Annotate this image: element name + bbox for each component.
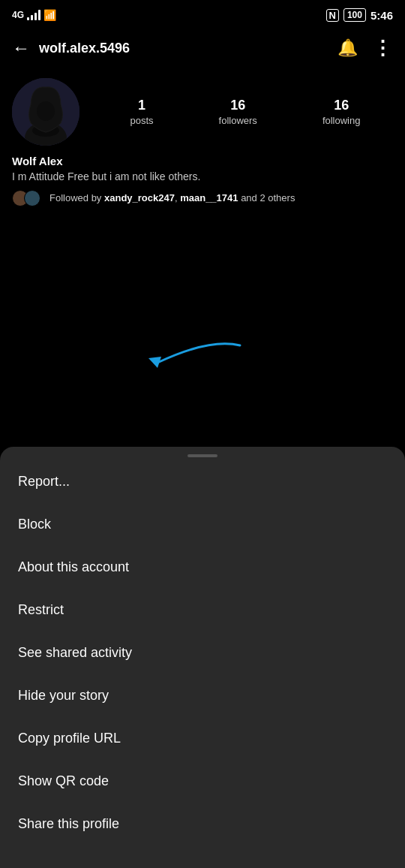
sheet-handle-area [0,447,405,460]
posts-count: 1 [138,98,146,113]
profile-top: 1 posts 16 followers 16 following [12,78,393,146]
profile-section: 1 posts 16 followers 16 following Wolf A… [0,69,405,219]
signal-bars-icon [27,10,40,20]
menu-item-report[interactable]: Report... [0,460,405,503]
svg-point-6 [37,101,55,121]
bottom-sheet: Report... Block About this account Restr… [0,447,405,868]
followed-by-avatars [12,190,40,206]
followed-by: Followed by xandy_rock247, maan__1741 an… [12,190,393,206]
following-label: following [322,115,361,126]
notification-bell-icon[interactable]: 🔔 [338,38,358,58]
arrow-annotation [98,334,248,379]
avatar[interactable] [12,78,80,146]
posts-label: posts [130,115,154,126]
status-right: N 100 5:46 [326,8,393,22]
status-bar: 4G 📶 N 100 5:46 [0,0,405,27]
followed-by-text: Followed by xandy_rock247, maan__1741 an… [50,192,295,205]
menu-item-copy-url[interactable]: Copy profile URL [0,717,405,760]
stat-followers[interactable]: 16 followers [219,98,257,126]
header: ← wolf.alex.5496 🔔 ⋮ [0,27,405,69]
followers-label: followers [219,115,257,126]
menu-item-shared-activity[interactable]: See shared activity [0,631,405,674]
stat-posts[interactable]: 1 posts [130,98,154,126]
more-options-icon[interactable]: ⋮ [373,37,393,60]
sheet-handle [188,454,218,457]
header-username: wolf.alex.5496 [39,41,338,56]
nfc-icon: N [326,9,339,22]
menu-item-share-profile[interactable]: Share this profile [0,803,405,845]
menu-item-hide-story[interactable]: Hide your story [0,674,405,717]
menu-item-block[interactable]: Block [0,503,405,546]
battery-icon: 100 [344,8,366,22]
menu-item-restrict[interactable]: Restrict [0,589,405,631]
profile-name: Wolf Alex [12,155,393,167]
avatar-illustration [12,78,80,146]
status-left: 4G 📶 [12,9,56,21]
back-button[interactable]: ← [12,38,30,59]
time-display: 5:46 [370,9,393,22]
svg-marker-7 [148,357,161,368]
profile-bio: I m Attitude Free but i am not like othe… [12,170,393,182]
avatar-figure [12,78,80,146]
header-icons: 🔔 ⋮ [338,37,393,60]
followers-count: 16 [230,98,245,113]
menu-item-about[interactable]: About this account [0,546,405,589]
wifi-icon: 📶 [44,9,56,21]
signal-label: 4G [12,10,24,20]
menu-item-qr-code[interactable]: Show QR code [0,760,405,803]
stat-following[interactable]: 16 following [322,98,361,126]
stats-container: 1 posts 16 followers 16 following [98,98,393,126]
following-count: 16 [334,98,349,113]
follower-avatar-2 [24,190,40,206]
